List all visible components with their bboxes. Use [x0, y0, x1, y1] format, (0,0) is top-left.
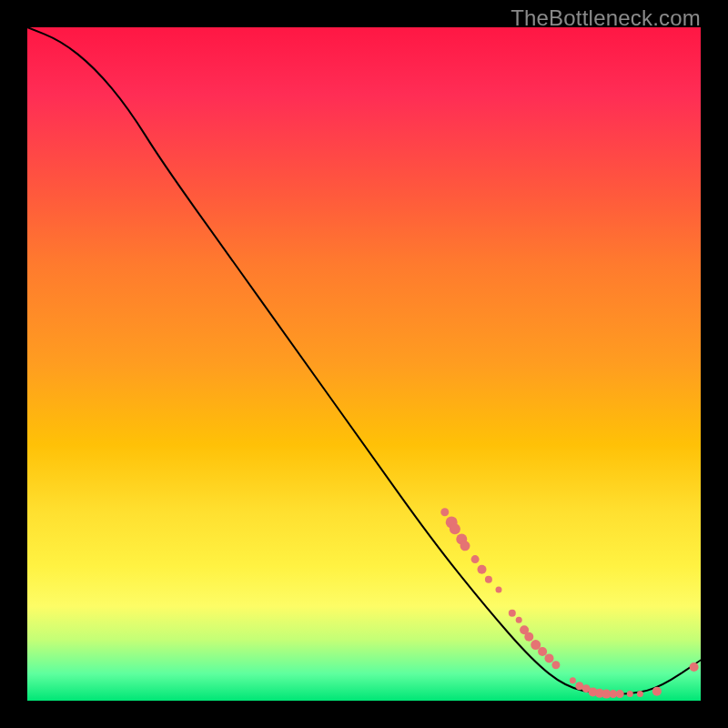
- data-point: [616, 690, 624, 698]
- plot-area: [27, 27, 701, 701]
- data-point: [478, 565, 487, 574]
- chart-overlay: [27, 27, 701, 701]
- data-point: [524, 632, 533, 642]
- data-point: [496, 586, 502, 592]
- chart-stage: TheBottleneck.com: [0, 0, 728, 728]
- data-point: [471, 555, 480, 563]
- data-point: [690, 662, 699, 672]
- data-point: [652, 687, 662, 696]
- data-point: [545, 653, 554, 662]
- data-point: [485, 576, 492, 583]
- data-point: [637, 691, 643, 697]
- data-point: [450, 523, 460, 534]
- data-point: [460, 541, 470, 551]
- data-point: [509, 610, 516, 617]
- data-point: [570, 677, 576, 683]
- data-point: [538, 647, 547, 656]
- data-point: [516, 617, 522, 623]
- data-point: [531, 640, 541, 650]
- data-points-group: [440, 508, 698, 698]
- bottleneck-curve: [27, 27, 701, 694]
- data-point: [551, 661, 560, 669]
- data-point: [440, 508, 449, 516]
- data-point: [627, 691, 633, 697]
